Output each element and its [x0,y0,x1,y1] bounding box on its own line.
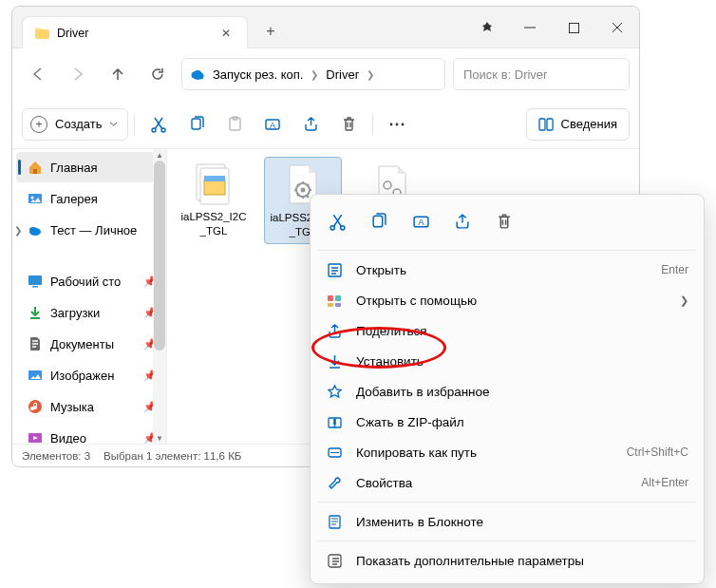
inf-stack-icon [191,161,236,206]
tab-close-icon[interactable]: ✕ [217,24,236,43]
ctx-zip[interactable]: Сжать в ZIP-файл [311,407,704,437]
svg-rect-7 [192,119,200,129]
separator [318,541,696,541]
forward-button[interactable] [62,58,94,90]
ctx-label: Изменить в Блокноте [356,515,483,529]
sidebar-item-home[interactable]: Главная [16,152,162,182]
sidebar-item-tests[interactable]: ❯ Тест — Личное [16,215,162,245]
close-button[interactable] [595,7,639,48]
svg-rect-16 [547,119,553,130]
copy-button[interactable] [179,108,215,141]
sidebar-label: Музыка [50,400,94,414]
ctx-copy-path[interactable]: Копировать как путь Ctrl+Shift+C [311,437,704,467]
svg-point-31 [301,188,306,193]
file-item[interactable]: iaLPSS2_I2C_TGL [175,157,253,244]
svg-point-13 [396,123,399,125]
refresh-button[interactable] [141,58,174,90]
create-button[interactable]: + Создать [22,108,128,141]
svg-rect-36 [373,216,383,227]
minimize-button[interactable] [508,7,552,48]
scroll-down-icon[interactable]: ▼ [153,432,166,444]
ctx-favorite[interactable]: Добавить в избранное [311,376,704,407]
chevron-right-icon: ❯ [367,69,374,80]
delete-button[interactable] [330,108,367,141]
sidebar-item-gallery[interactable]: Галерея [16,183,162,214]
svg-rect-40 [328,295,333,301]
sidebar-item-videos[interactable]: Видео 📌 [16,423,162,444]
ctx-copy-button[interactable] [360,204,398,238]
chevron-right-icon[interactable]: ❯ [14,225,22,236]
ctx-rename-button[interactable]: A [402,204,440,238]
rename-button[interactable]: A [254,108,291,141]
ctx-properties[interactable]: Свойства Alt+Enter [311,467,704,498]
ctx-label: Открыть [356,263,406,277]
ctx-delete-button[interactable] [485,204,523,238]
search-input[interactable]: Поиск в: Driver [453,58,630,90]
open-icon [326,261,343,278]
more-options-icon [326,552,343,569]
svg-rect-42 [328,303,333,307]
svg-rect-22 [32,286,38,288]
crumb-root[interactable]: Запуск рез. коп. [213,67,303,82]
breadcrumb[interactable]: Запуск рез. коп. ❯ Driver ❯ [181,58,445,90]
notepad-icon [326,513,343,530]
tab-add-button[interactable]: + [255,16,286,47]
share-button[interactable] [292,108,329,141]
svg-point-34 [330,225,334,229]
sidebar-label: Изображен [50,369,114,383]
toolbar: + Создать A Сведения [12,100,639,149]
ctx-edit-notepad[interactable]: Изменить в Блокноте [311,506,704,537]
up-button[interactable] [102,58,134,90]
sidebar-label: Галерея [50,192,98,206]
onedrive-icon [28,222,43,237]
svg-point-12 [390,123,393,125]
ctx-share[interactable]: Поделиться [311,315,704,346]
maximize-button[interactable] [552,7,595,48]
svg-point-18 [31,197,34,199]
sidebar-item-pictures[interactable]: Изображен 📌 [16,360,162,390]
svg-rect-43 [335,303,341,307]
status-selection: Выбран 1 элемент: 11,6 КБ [104,450,241,462]
scrollbar[interactable]: ▲ ▼ [153,149,166,444]
sidebar-item-desktop[interactable]: Рабочий сто 📌 [16,266,162,296]
ctx-cut-button[interactable] [318,204,356,238]
openwith-icon [326,292,343,309]
back-button[interactable] [22,58,54,90]
ctx-label: Поделиться [356,324,427,338]
sidebar-item-downloads[interactable]: Загрузки 📌 [16,297,162,328]
separator [318,250,696,251]
svg-rect-21 [28,275,42,285]
cut-button[interactable] [141,108,177,141]
ctx-open-with[interactable]: Открыть с помощью ❯ [311,285,704,315]
svg-rect-0 [524,28,536,28]
svg-rect-1 [569,23,578,32]
ctx-install[interactable]: Установить [311,346,704,376]
ctx-share-button[interactable] [443,204,481,238]
sidebar-item-documents[interactable]: Документы 📌 [16,329,162,359]
paste-button[interactable] [217,108,253,141]
pin-icon[interactable] [466,7,508,48]
home-icon [28,160,43,175]
sidebar-label: Рабочий сто [50,275,121,289]
ctx-open[interactable]: Открыть Enter [311,255,704,285]
ctx-more-options[interactable]: Показать дополнительные параметры [311,545,704,576]
tab-driver[interactable]: Driver ✕ [22,16,248,48]
status-count: Элементов: 3 [22,450,90,462]
scroll-up-icon[interactable]: ▲ [153,149,166,161]
scrollbar-thumb[interactable] [154,161,165,351]
wrench-icon [326,474,343,491]
crumb-folder[interactable]: Driver [326,67,359,82]
sidebar-item-music[interactable]: Музыка 📌 [16,391,162,422]
ctx-label: Открыть с помощью [356,294,477,308]
more-button[interactable] [379,108,415,141]
ctx-label: Сжать в ZIP-файл [356,415,464,429]
search-placeholder: Поиск в: Driver [463,67,547,82]
gallery-icon [28,191,43,206]
create-label: Создать [55,117,102,131]
ctx-shortcut: Enter [661,263,688,276]
details-button[interactable]: Сведения [526,108,630,141]
svg-rect-41 [335,295,341,301]
ctx-label: Показать дополнительные параметры [356,554,584,568]
folder-icon [34,27,49,40]
zip-icon [326,413,343,430]
